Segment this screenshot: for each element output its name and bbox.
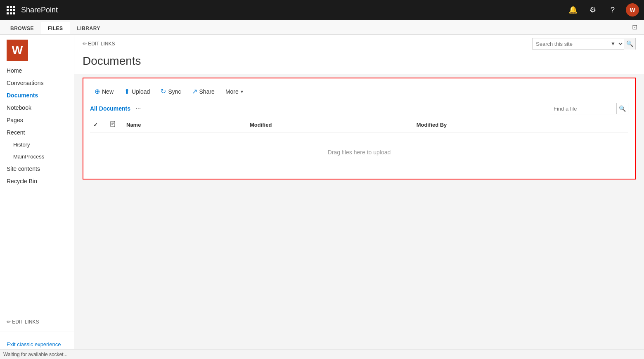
site-logo: W xyxy=(7,40,28,61)
find-file-container: 🔍 xyxy=(550,103,628,114)
sidebar-item-pages[interactable]: Pages xyxy=(0,114,74,126)
col-modified-by: Modified By xyxy=(413,118,628,132)
tab-library[interactable]: LIBRARY xyxy=(70,22,107,34)
share-icon: ↗ xyxy=(192,87,197,95)
sidebar: W Home Conversations Documents Notebook … xyxy=(0,35,74,359)
current-view[interactable]: All Documents xyxy=(90,105,130,112)
status-bar: Waiting for available socket... xyxy=(0,349,644,359)
doc-library: ⊕ New ⬆ Upload ↻ Sync ↗ Share More ▾ xyxy=(83,78,636,180)
page-header: ✏ EDIT LINKS ▼ 🔍 xyxy=(74,35,644,53)
sync-button[interactable]: ↻ Sync xyxy=(156,85,185,98)
views-row: All Documents ··· 🔍 xyxy=(90,103,628,114)
page-title-area: Documents xyxy=(74,53,644,74)
col-name: Name xyxy=(123,118,246,132)
sidebar-item-recycle-bin[interactable]: Recycle Bin xyxy=(0,175,74,187)
col-modified: Modified xyxy=(246,118,413,132)
sidebar-divider xyxy=(0,331,74,331)
sidebar-item-site-contents[interactable]: Site contents xyxy=(0,163,74,175)
col-check: ✓ xyxy=(90,118,107,132)
search-site-input[interactable] xyxy=(533,41,607,47)
sync-label: Sync xyxy=(168,88,181,95)
apps-icon[interactable] xyxy=(5,4,17,16)
view-more-button[interactable]: ··· xyxy=(134,104,142,113)
edit-links-button[interactable]: ✏ EDIT LINKS xyxy=(83,41,115,47)
doc-toolbar: ⊕ New ⬆ Upload ↻ Sync ↗ Share More ▾ xyxy=(90,85,628,98)
sidebar-item-recent[interactable]: Recent xyxy=(0,126,74,139)
new-label: New xyxy=(102,88,114,95)
drag-hint: Drag files here to upload xyxy=(90,132,628,172)
app-name: SharePoint xyxy=(21,6,58,14)
find-file-input[interactable] xyxy=(550,106,616,112)
main-layout: W Home Conversations Documents Notebook … xyxy=(0,35,644,359)
col-icon xyxy=(107,118,123,132)
more-button[interactable]: More ▾ xyxy=(221,86,248,97)
ribbon-tabs: BROWSE FILES LIBRARY ⊡ xyxy=(0,20,644,35)
help-icon[interactable]: ? xyxy=(606,3,619,17)
sidebar-item-history[interactable]: History xyxy=(0,139,74,151)
notification-icon[interactable]: 🔔 xyxy=(566,3,580,17)
new-icon: ⊕ xyxy=(95,87,100,95)
maximize-icon[interactable]: ⊡ xyxy=(629,21,641,33)
page-title: Documents xyxy=(83,54,636,68)
content-area: ✏ EDIT LINKS ▼ 🔍 Documents ⊕ New xyxy=(74,35,644,359)
upload-label: Upload xyxy=(132,88,150,95)
sidebar-item-documents[interactable]: Documents xyxy=(0,89,74,102)
search-site-container: ▼ 🔍 xyxy=(532,38,636,50)
sidebar-edit-links[interactable]: ✏ EDIT LINKS xyxy=(0,316,74,328)
more-label: More xyxy=(225,88,239,95)
settings-icon[interactable]: ⚙ xyxy=(586,3,599,17)
sidebar-item-conversations[interactable]: Conversations xyxy=(0,77,74,89)
upload-icon: ⬆ xyxy=(124,87,130,95)
search-site-dropdown[interactable]: ▼ xyxy=(607,38,624,49)
status-text: Waiting for available socket... xyxy=(3,352,68,357)
new-button[interactable]: ⊕ New xyxy=(90,85,118,98)
chevron-down-icon: ▾ xyxy=(241,89,243,94)
sidebar-item-notebook[interactable]: Notebook xyxy=(0,102,74,114)
share-button[interactable]: ↗ Share xyxy=(187,85,219,98)
find-file-button[interactable]: 🔍 xyxy=(616,103,628,114)
top-bar: SharePoint 🔔 ⚙ ? W xyxy=(0,0,644,20)
top-bar-right: 🔔 ⚙ ? W xyxy=(566,3,639,17)
sidebar-item-mainprocess[interactable]: MainProcess xyxy=(0,151,74,163)
doc-table: ✓ Name Modified Modified By Drag files h… xyxy=(90,118,628,172)
avatar[interactable]: W xyxy=(626,3,639,17)
sidebar-item-home[interactable]: Home xyxy=(0,64,74,77)
upload-button[interactable]: ⬆ Upload xyxy=(120,85,154,98)
search-site-button[interactable]: 🔍 xyxy=(624,38,635,50)
sync-icon: ↻ xyxy=(161,87,166,95)
top-bar-left: SharePoint xyxy=(5,4,566,16)
sidebar-nav: Home Conversations Documents Notebook Pa… xyxy=(0,64,74,316)
tab-files[interactable]: FILES xyxy=(41,22,70,34)
tab-browse[interactable]: BROWSE xyxy=(3,22,41,34)
share-label: Share xyxy=(199,88,215,95)
